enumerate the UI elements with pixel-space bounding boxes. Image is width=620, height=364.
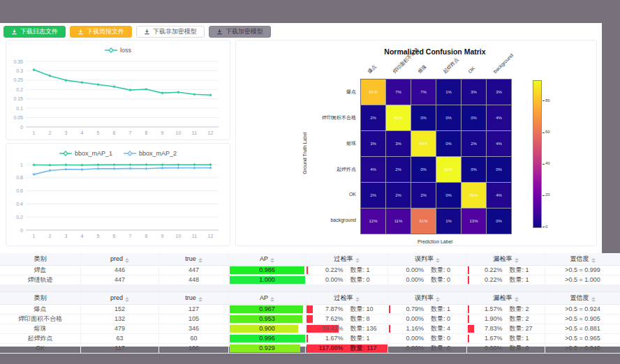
svg-text:1: 1 <box>33 130 36 135</box>
col-header-miss[interactable]: 漏检率 <box>466 253 545 265</box>
matrix-cell-value: 89% <box>469 193 478 197</box>
matrix-cell-value: 0% <box>420 167 427 172</box>
rate-bar <box>307 335 308 342</box>
col-header-true[interactable]: true <box>158 253 228 265</box>
sort-icon <box>591 297 596 302</box>
matrix-cell: 3% <box>462 79 486 105</box>
col-header-class: 类别 <box>0 253 80 265</box>
col-header-label: true <box>185 255 196 262</box>
col-header-label: 类别 <box>34 255 47 262</box>
colorbar-tick-label: 80 <box>545 98 550 103</box>
svg-text:10: 10 <box>176 130 182 135</box>
colorbar-tick-mark <box>542 132 545 133</box>
legend-item-bbox_mAP_1[interactable]: bbox_mAP_1 <box>59 150 112 157</box>
col-header-pred[interactable]: pred <box>80 292 158 304</box>
sort-icon <box>436 258 440 263</box>
class-cell: OK <box>0 344 80 353</box>
svg-text:0.2: 0.2 <box>16 215 23 220</box>
table-row: 熔珠4793460.90039.42%数量: 1361.16%数量: 47.83… <box>0 324 620 334</box>
legend-item-loss[interactable]: loss <box>105 47 131 54</box>
svg-text:0.6: 0.6 <box>16 188 23 193</box>
matrix-cell: 4% <box>361 157 385 182</box>
col-header-pred[interactable]: pred <box>80 253 158 265</box>
rate-count: 数量: 1 <box>350 334 383 343</box>
map-chart-legend: bbox_mAP_1bbox_mAP_2 <box>6 146 230 160</box>
pred-cell: 63 <box>80 334 158 343</box>
matrix-cell: 89% <box>462 183 486 208</box>
matrix-cell-value: 61% <box>419 219 427 223</box>
download-icon <box>11 29 17 35</box>
confusion-matrix-xlabel: Prediction Label <box>327 239 543 244</box>
svg-text:0.35: 0.35 <box>13 59 23 64</box>
col-header-mis[interactable]: 误判率 <box>388 253 466 265</box>
col-header-over[interactable]: 过检率 <box>305 292 388 304</box>
rate-count: 数量: 2 <box>510 305 540 314</box>
col-header-conf[interactable]: 置信度 <box>545 292 620 304</box>
matrix-cell-value: 3% <box>496 90 502 94</box>
col-header-label: 置信度 <box>570 294 589 301</box>
sort-icon <box>125 297 129 302</box>
col-header-true[interactable]: true <box>158 292 228 304</box>
matrix-cell: 61% <box>411 208 436 234</box>
matrix-cell-value: 3% <box>471 90 477 94</box>
svg-text:3: 3 <box>65 234 68 238</box>
matrix-cell-value: 0% <box>420 116 427 120</box>
rate-count: 数量: 2 <box>510 314 540 324</box>
app-screen: 下载日志文件 下载简报文件 下载非加密模型 下载加密模型 <box>0 0 620 364</box>
colorbar-tick-mark <box>542 195 545 196</box>
class-cell: 焊盘 <box>0 266 80 275</box>
matrix-col-label: OK <box>467 65 477 75</box>
svg-text:4: 4 <box>81 234 84 238</box>
col-header-label: 误判率 <box>415 255 434 262</box>
matrix-cell-value: 13% <box>469 219 478 223</box>
rate-cell: 1.57%数量: 2 <box>466 305 545 314</box>
pred-cell: 479 <box>80 324 158 333</box>
matrix-col-label: 起焊炸点 <box>442 56 460 75</box>
col-header-ap[interactable]: AP <box>228 253 305 265</box>
rate-count: 数量: 117 <box>350 344 383 353</box>
download-plain-model-button[interactable]: 下载非加密模型 <box>136 26 205 38</box>
rate-bar <box>307 266 308 274</box>
download-brief-button[interactable]: 下载简报文件 <box>70 26 132 38</box>
rate-percent: 1.57% <box>471 305 502 314</box>
rate-percent: 39.42% <box>311 324 344 333</box>
legend-item-bbox_mAP_2[interactable]: bbox_mAP_2 <box>124 150 177 157</box>
col-header-conf[interactable]: 置信度 <box>545 253 620 265</box>
rate-cell: 0.22%数量: 1 <box>466 275 545 285</box>
sort-icon <box>270 297 274 302</box>
pred-cell: 132 <box>80 314 158 324</box>
class-cell: 焊印面积不合格 <box>0 314 80 324</box>
col-header-label: true <box>185 294 196 301</box>
col-header-ap[interactable]: AP <box>228 292 305 304</box>
col-header-miss[interactable]: 漏检率 <box>466 292 545 304</box>
matrix-cell: 4% <box>487 183 511 208</box>
rate-count: 数量: 4 <box>431 324 462 333</box>
pred-cell: 152 <box>80 305 158 314</box>
rate-cell: 7.62%数量: 8 <box>305 314 388 324</box>
download-log-button[interactable]: 下载日志文件 <box>3 26 66 38</box>
col-header-label: pred <box>110 255 123 262</box>
rate-count: 数量: 0 <box>510 344 540 353</box>
matrix-cell-value: 2% <box>370 193 376 197</box>
ap-value: 1.000 <box>259 276 275 283</box>
rate-cell: 1.90%数量: 2 <box>466 314 545 324</box>
rate-cell: 0.00%数量: 0 <box>466 344 545 353</box>
true-cell: 346 <box>158 324 228 333</box>
matrix-cell-value: 0% <box>496 167 502 172</box>
rate-cell: 0.22%数量: 1 <box>466 266 545 275</box>
matrix-cell: 1% <box>436 208 461 234</box>
map-chart-card: bbox_mAP_1bbox_mAP_2 00.20.40.60.8112345… <box>6 143 230 246</box>
rate-percent: 7.87% <box>311 305 344 314</box>
confidence-cell: >0.5 = 0.881 <box>545 324 620 333</box>
col-header-mis[interactable]: 误判率 <box>388 292 466 304</box>
matrix-cell: 0% <box>487 208 511 234</box>
matrix-cell: 12% <box>361 208 385 234</box>
download-encrypted-model-button[interactable]: 下载加密模型 <box>209 26 271 38</box>
col-header-label: 漏检率 <box>494 294 512 301</box>
sort-icon <box>125 258 129 263</box>
col-header-over[interactable]: 过检率 <box>305 253 388 265</box>
loss-chart: 00.050.10.150.20.250.30.3512345678910111… <box>6 57 230 138</box>
matrix-row-label: 爆点 <box>289 89 356 96</box>
matrix-cell: 81% <box>361 79 385 105</box>
matrix-cell-value: 1% <box>445 90 452 94</box>
